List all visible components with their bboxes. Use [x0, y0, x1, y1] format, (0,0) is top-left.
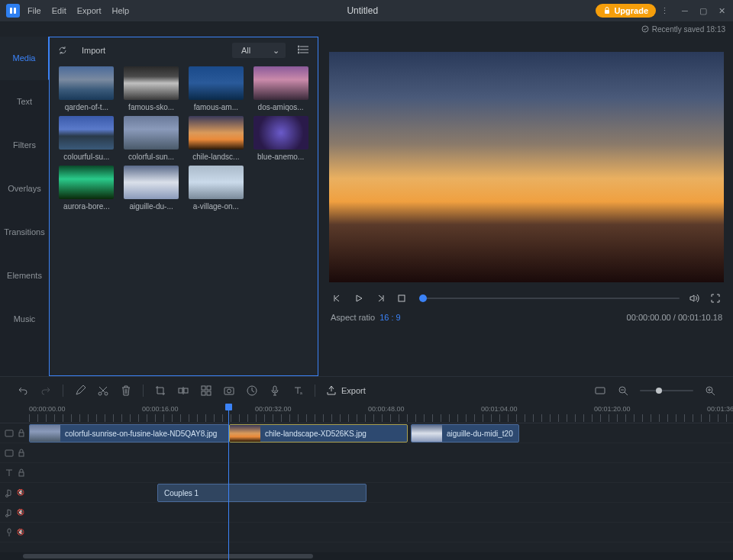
- minimize-icon[interactable]: ─: [680, 5, 690, 16]
- close-icon[interactable]: ✕: [716, 5, 727, 16]
- text-tool-icon[interactable]: a: [292, 385, 304, 397]
- prev-frame-icon[interactable]: [331, 291, 344, 305]
- import-button[interactable]: Import: [82, 46, 105, 55]
- menu-help[interactable]: Help: [112, 6, 130, 15]
- media-thumbnail: [59, 116, 114, 150]
- upgrade-button[interactable]: Upgrade: [596, 4, 656, 18]
- time-ruler[interactable]: 00:00:00.0000:00:16.0000:00:32.0000:00:4…: [0, 404, 733, 423]
- more-menu-icon[interactable]: ⋮: [660, 6, 669, 16]
- track-body[interactable]: [29, 503, 733, 522]
- media-thumbnail: [124, 116, 179, 150]
- track-body[interactable]: [29, 443, 733, 462]
- timeline-clip[interactable]: colorful-sunrise-on-fusine-lake-ND5QAY8.…: [29, 424, 229, 443]
- menu-edit[interactable]: Edit: [52, 6, 66, 15]
- export-button[interactable]: Export: [326, 385, 366, 396]
- media-item[interactable]: qarden-of-t...: [56, 66, 118, 111]
- track-head-text[interactable]: [0, 468, 29, 478]
- media-item[interactable]: a-village-on...: [186, 166, 247, 211]
- menu-file[interactable]: File: [27, 6, 41, 15]
- redo-icon[interactable]: [40, 385, 52, 397]
- media-item[interactable]: colorful-sun...: [121, 116, 182, 161]
- playback-scrubber[interactable]: [419, 298, 680, 299]
- timeline-scrollbar[interactable]: [0, 552, 733, 560]
- tab-elements[interactable]: Elements: [0, 254, 49, 298]
- side-tabs: Media Text Filters Overlays Transitions …: [0, 37, 49, 376]
- playhead[interactable]: [228, 404, 229, 560]
- audio-track-body[interactable]: Couples 1: [29, 483, 733, 502]
- svg-point-7: [298, 46, 299, 47]
- track-head-overlay[interactable]: [0, 449, 29, 458]
- mute-icon[interactable]: 🔇: [17, 489, 24, 496]
- media-item[interactable]: famous-am...: [186, 66, 247, 111]
- svg-point-8: [298, 49, 299, 50]
- media-item[interactable]: blue-anemo...: [250, 116, 312, 161]
- media-item[interactable]: dos-amiqos...: [250, 66, 312, 111]
- track-body[interactable]: [29, 523, 733, 542]
- media-label: colorful-sun...: [128, 153, 174, 161]
- edit-icon[interactable]: [74, 385, 86, 397]
- lock-icon[interactable]: [17, 449, 26, 458]
- svg-text:a: a: [300, 391, 302, 395]
- fullscreen-icon[interactable]: [709, 291, 722, 305]
- delete-icon[interactable]: [120, 385, 132, 397]
- track-head-audio[interactable]: 🔇: [0, 488, 29, 497]
- play-icon[interactable]: [352, 291, 366, 305]
- maximize-icon[interactable]: ▢: [698, 5, 709, 16]
- aspect-ratio-value[interactable]: 16 : 9: [379, 313, 401, 322]
- tab-filters[interactable]: Filters: [0, 124, 49, 167]
- scrollbar-thumb[interactable]: [23, 554, 313, 558]
- lock-icon[interactable]: [17, 429, 26, 438]
- track-head-voice[interactable]: 🔇: [0, 528, 29, 537]
- timeline-clip[interactable]: chile-landscape-XD526KS.jpg: [229, 424, 408, 443]
- media-grid: qarden-of-t...famous-sko...famous-am...d…: [50, 63, 318, 375]
- media-item[interactable]: chile-landsc...: [186, 116, 247, 161]
- track-head-audio-2[interactable]: 🔇: [0, 508, 29, 517]
- split-icon[interactable]: [177, 385, 189, 397]
- chevron-down-icon: ⌄: [273, 46, 279, 56]
- mute-icon[interactable]: 🔇: [17, 509, 24, 516]
- media-item[interactable]: aurora-bore...: [56, 166, 118, 211]
- next-frame-icon[interactable]: [373, 291, 387, 305]
- voiceover-icon[interactable]: [269, 385, 281, 397]
- tab-transitions[interactable]: Transitions: [0, 211, 49, 254]
- tab-music[interactable]: Music: [0, 298, 49, 341]
- media-item[interactable]: colourful-su...: [56, 116, 118, 161]
- tab-overlays[interactable]: Overlays: [0, 167, 49, 211]
- undo-icon[interactable]: [17, 385, 29, 397]
- tab-text[interactable]: Text: [0, 80, 49, 124]
- stop-icon[interactable]: [395, 291, 408, 305]
- zoom-slider[interactable]: [640, 390, 693, 391]
- fit-icon[interactable]: [594, 385, 606, 397]
- menu-export[interactable]: Export: [77, 6, 102, 15]
- scrubber-handle[interactable]: [419, 294, 427, 302]
- separator: [315, 385, 315, 397]
- media-filter-select[interactable]: All ⌄: [232, 43, 286, 58]
- video-track-body[interactable]: colorful-sunrise-on-fusine-lake-ND5QAY8.…: [29, 423, 733, 443]
- speed-icon[interactable]: [246, 385, 258, 397]
- timeline-clip[interactable]: aiguille-du-midi_t20: [411, 424, 519, 443]
- media-item[interactable]: famous-sko...: [121, 66, 182, 111]
- time-display: 00:00:00.00 / 00:01:10.18: [627, 313, 722, 322]
- media-label: famous-sko...: [128, 103, 174, 111]
- zoom-in-icon[interactable]: [704, 385, 716, 397]
- svg-point-23: [228, 389, 231, 393]
- mosaic-icon[interactable]: [200, 385, 212, 397]
- media-item[interactable]: aiguille-du-...: [121, 166, 182, 211]
- zoom-out-icon[interactable]: [617, 385, 629, 397]
- mute-icon[interactable]: 🔇: [17, 529, 24, 536]
- tab-media[interactable]: Media: [0, 37, 49, 80]
- zoom-handle[interactable]: [656, 388, 662, 394]
- audio-clip[interactable]: Couples 1: [157, 484, 366, 502]
- cut-icon[interactable]: [97, 385, 109, 397]
- time-tick: 00:01:36.00: [707, 405, 733, 413]
- snapshot-icon[interactable]: [223, 385, 235, 397]
- svg-rect-21: [207, 391, 211, 395]
- refresh-icon[interactable]: [57, 45, 68, 56]
- track-body[interactable]: [29, 463, 733, 482]
- lock-icon[interactable]: [17, 468, 26, 478]
- list-view-icon[interactable]: [298, 45, 310, 56]
- media-label: dos-amiqos...: [258, 103, 304, 111]
- crop-icon[interactable]: [154, 385, 166, 397]
- track-head-video[interactable]: [0, 429, 29, 438]
- volume-icon[interactable]: [687, 291, 701, 305]
